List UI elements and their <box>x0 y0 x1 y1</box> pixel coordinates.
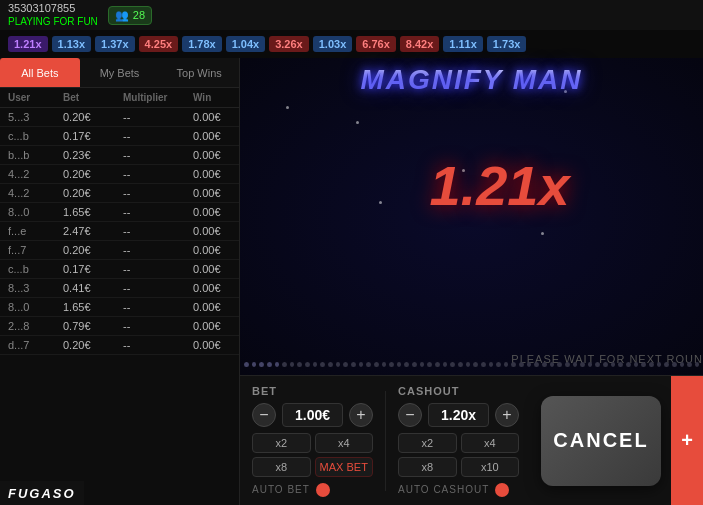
tab-my-bets[interactable]: My Bets <box>80 58 160 87</box>
progress-dot <box>366 362 371 367</box>
progress-dot <box>542 362 547 367</box>
progress-dot <box>420 362 425 367</box>
cancel-button[interactable]: CANCEL <box>541 396 661 486</box>
star-decoration <box>379 201 382 204</box>
row-user: c...b <box>8 263 63 275</box>
table-row: f...e 2.47€ -- 0.00€ <box>0 222 239 241</box>
progress-dot <box>450 362 455 367</box>
progress-dot <box>519 362 524 367</box>
row-multiplier: -- <box>123 301 193 313</box>
cashout-mult-btn[interactable]: x8 <box>398 457 457 477</box>
row-multiplier: -- <box>123 149 193 161</box>
progress-dot <box>259 362 264 367</box>
row-multiplier: -- <box>123 130 193 142</box>
main-layout: All Bets My Bets Top Wins User Bet Multi… <box>0 58 703 505</box>
progress-dot <box>359 362 364 367</box>
progress-dot <box>443 362 448 367</box>
star-decoration <box>286 106 289 109</box>
table-row: 5...3 0.20€ -- 0.00€ <box>0 108 239 127</box>
row-win: 0.00€ <box>193 206 239 218</box>
progress-dot <box>695 362 700 367</box>
progress-dot <box>664 362 669 367</box>
col-multiplier: Multiplier <box>123 92 193 103</box>
row-multiplier: -- <box>123 263 193 275</box>
bet-mult-btn[interactable]: MAX BET <box>315 457 374 477</box>
progress-dot <box>343 362 348 367</box>
bet-mult-btn[interactable]: x8 <box>252 457 311 477</box>
cashout-mult-btn[interactable]: x2 <box>398 433 457 453</box>
multiplier-pill: 1.13x <box>52 36 92 52</box>
progress-dot <box>649 362 654 367</box>
cashout-amount-row: − 1.20x + <box>398 403 519 427</box>
progress-dot <box>557 362 562 367</box>
row-multiplier: -- <box>123 225 193 237</box>
game-logo: MAGNIFY MAN <box>240 58 703 96</box>
row-bet: 1.65€ <box>63 301 123 313</box>
add-bet-button[interactable]: + <box>671 376 703 505</box>
row-bet: 2.47€ <box>63 225 123 237</box>
logo-text: MAGNIFY MAN <box>360 64 582 95</box>
progress-dot <box>336 362 341 367</box>
row-user: 4...2 <box>8 168 63 180</box>
bet-mult-btn[interactable]: x2 <box>252 433 311 453</box>
auto-bet-toggle[interactable] <box>316 483 330 497</box>
row-bet: 0.20€ <box>63 111 123 123</box>
cashout-increase-btn[interactable]: + <box>495 403 519 427</box>
progress-dot <box>641 362 646 367</box>
multiplier-pill: 1.78x <box>182 36 222 52</box>
progress-dot <box>267 362 272 367</box>
star-decoration <box>541 232 544 235</box>
progress-dot <box>320 362 325 367</box>
progress-dot <box>595 362 600 367</box>
multiplier-pill: 6.76x <box>356 36 396 52</box>
progress-dot <box>404 362 409 367</box>
tab-all-bets[interactable]: All Bets <box>0 58 80 87</box>
progress-dot <box>489 362 494 367</box>
row-user: 8...0 <box>8 301 63 313</box>
progress-dot <box>412 362 417 367</box>
progress-dot <box>290 362 295 367</box>
auto-cashout-row: AUTO CASHOUT <box>398 483 519 497</box>
bet-decrease-btn[interactable]: − <box>252 403 276 427</box>
progress-dot <box>550 362 555 367</box>
auto-bet-row: AUTO BET <box>252 483 373 497</box>
row-multiplier: -- <box>123 320 193 332</box>
progress-dot <box>680 362 685 367</box>
progress-dot <box>252 362 257 367</box>
table-row: 4...2 0.20€ -- 0.00€ <box>0 184 239 203</box>
multiplier-pill: 1.37x <box>95 36 135 52</box>
row-user: 2...8 <box>8 320 63 332</box>
player-count-icon: 👥 <box>115 9 129 22</box>
game-area: MAGNIFY MAN 1.21x PLEASE WAIT FOR NEXT R… <box>240 58 703 375</box>
row-win: 0.00€ <box>193 263 239 275</box>
multiplier-pill: 1.21x <box>8 36 48 52</box>
row-win: 0.00€ <box>193 320 239 332</box>
row-user: b...b <box>8 149 63 161</box>
progress-dot <box>473 362 478 367</box>
row-multiplier: -- <box>123 282 193 294</box>
row-multiplier: -- <box>123 111 193 123</box>
bet-mult-btn[interactable]: x4 <box>315 433 374 453</box>
table-row: c...b 0.17€ -- 0.00€ <box>0 260 239 279</box>
auto-cashout-toggle[interactable] <box>495 483 509 497</box>
progress-dot <box>374 362 379 367</box>
progress-dot <box>282 362 287 367</box>
bet-increase-btn[interactable]: + <box>349 403 373 427</box>
row-win: 0.00€ <box>193 339 239 351</box>
tabs-row: All Bets My Bets Top Wins <box>0 58 239 88</box>
progress-dot <box>626 362 631 367</box>
dots-row <box>240 362 703 367</box>
cashout-mult-btn[interactable]: x4 <box>461 433 520 453</box>
tab-top-wins[interactable]: Top Wins <box>159 58 239 87</box>
row-multiplier: -- <box>123 206 193 218</box>
multiplier-pill: 1.73x <box>487 36 527 52</box>
cashout-mult-btn[interactable]: x10 <box>461 457 520 477</box>
user-info: 35303107855 PLAYING FOR FUN <box>8 2 98 27</box>
auto-bet-label: AUTO BET <box>252 484 310 495</box>
cashout-decrease-btn[interactable]: − <box>398 403 422 427</box>
progress-dot <box>466 362 471 367</box>
multiplier-pill: 4.25x <box>139 36 179 52</box>
multiplier-pill: 8.42x <box>400 36 440 52</box>
progress-dot <box>527 362 532 367</box>
row-bet: 1.65€ <box>63 206 123 218</box>
